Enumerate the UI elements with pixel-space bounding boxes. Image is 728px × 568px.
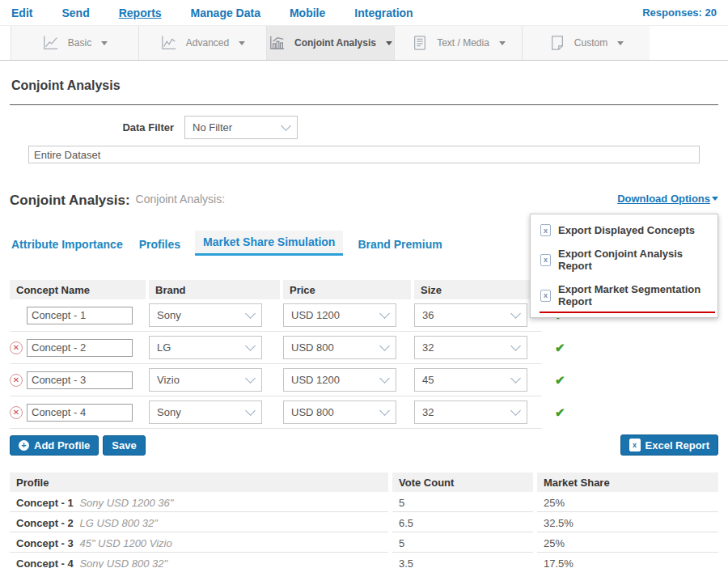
excel-file-icon: x <box>540 254 551 266</box>
chevron-down-icon <box>499 41 506 45</box>
chevron-down-icon <box>245 308 256 319</box>
brand-cell: LG <box>149 336 280 359</box>
price-select[interactable]: USD 1200 <box>283 303 396 327</box>
price-cell: USD 800 <box>283 401 411 424</box>
brand-select[interactable]: Vizio <box>149 368 262 392</box>
size-select[interactable]: 45 <box>414 368 527 392</box>
market-share-cell: 25% <box>537 492 718 512</box>
price-select[interactable]: USD 800 <box>283 336 396 359</box>
menu-item-export-displayed-concepts[interactable]: x Export Displayed Concepts <box>531 218 717 242</box>
price-value: USD 800 <box>291 341 334 354</box>
brand-select[interactable]: Sony <box>149 401 262 424</box>
nav-item-mobile[interactable]: Mobile <box>290 6 325 19</box>
size-select[interactable]: 36 <box>414 303 527 327</box>
toolbar-tab-basic[interactable]: Basic <box>11 26 138 60</box>
concept-name-input[interactable] <box>27 371 133 389</box>
toolbar-tab-advanced[interactable]: Advanced <box>138 26 266 60</box>
toolbar-tab-custom[interactable]: Custom <box>522 26 650 60</box>
price-cell: USD 1200 <box>283 303 411 327</box>
profile-cell: Concept - 2 LG USD 800 32" <box>10 512 388 532</box>
tab-profiles[interactable]: Profiles <box>138 233 182 256</box>
vote-count-cell: 5 <box>392 492 533 512</box>
excel-file-icon: x <box>540 224 551 236</box>
toolbar-tab-text-media[interactable]: Text / Media <box>394 26 522 60</box>
delete-row-icon[interactable]: ✕ <box>10 374 23 387</box>
toolbar-tab-conjoint-analysis[interactable]: Conjoint Analysis <box>266 26 394 60</box>
page-icon <box>548 35 566 51</box>
profile-name: Concept - 2 <box>16 517 74 529</box>
nav-item-send[interactable]: Send <box>61 6 89 19</box>
results-table: Profile Vote Count Market Share Concept … <box>10 473 718 568</box>
table-row: Concept - 4 Sony USD 800 32" 3.5 17.5% <box>10 553 718 568</box>
profile-name: Concept - 1 <box>16 497 74 509</box>
vote-count-cell: 6.5 <box>392 512 533 532</box>
price-select[interactable]: USD 800 <box>283 401 396 424</box>
profile-detail: Sony USD 800 32" <box>79 557 167 568</box>
download-options-link[interactable]: Download Options <box>617 193 718 205</box>
table-row: ✕ Sony USD 800 32 <box>10 396 718 429</box>
price-select[interactable]: USD 1200 <box>283 368 396 392</box>
brand-select[interactable]: LG <box>149 336 262 359</box>
download-options-label: Download Options <box>617 193 710 205</box>
table-row-cells: ✕ Sony USD 800 32 <box>10 396 542 429</box>
menu-item-export-market-segmentation-report[interactable]: x Export Market Segmentation Report <box>531 278 717 313</box>
section-heading-row: Conjoint Analysis: Conjoint Analysis: Do… <box>10 193 718 209</box>
profile-detail: 45" USD 1200 Vizio <box>79 537 171 549</box>
size-select[interactable]: 32 <box>414 336 527 359</box>
nav-item-integration[interactable]: Integration <box>354 6 413 19</box>
table-row: Concept - 2 LG USD 800 32" 6.5 32.5% <box>10 512 718 532</box>
brand-select[interactable]: Sony <box>149 303 262 327</box>
delete-row-icon[interactable]: ✕ <box>10 341 23 354</box>
table-row: Concept - 1 Sony USD 1200 36" 5 25% <box>10 492 718 512</box>
valid-check-icon: ✔ <box>555 373 565 388</box>
chevron-down-icon <box>510 405 521 416</box>
tab-attribute-importance[interactable]: Attribute Importance <box>10 233 125 256</box>
profile-cell: Concept - 4 Sony USD 800 32" <box>10 553 388 568</box>
size-cell: 32 <box>414 401 542 424</box>
size-select[interactable]: 32 <box>414 401 527 424</box>
menu-item-label: Export Conjoint Analysis Report <box>558 248 708 272</box>
price-value: USD 1200 <box>291 374 340 386</box>
section-subtitle: Conjoint Analysis: <box>136 193 226 206</box>
results-header-row: Profile Vote Count Market Share <box>10 473 718 492</box>
concept-name-cell: ✕ <box>10 371 146 389</box>
data-filter-select[interactable]: No Filter <box>184 116 298 139</box>
menu-item-export-conjoint-analysis-report[interactable]: x Export Conjoint Analysis Report <box>531 242 717 278</box>
size-cell: 32 <box>414 336 542 359</box>
chevron-down-icon <box>386 41 392 45</box>
table-row-cells: ✕ Vizio USD 1200 45 <box>10 364 542 396</box>
tab-brand-premium[interactable]: Brand Premium <box>356 233 443 256</box>
chevron-down-icon <box>510 308 521 319</box>
nav-item-reports[interactable]: Reports <box>119 6 162 19</box>
tab-market-share-simulation[interactable]: Market Share Simulation <box>195 231 343 256</box>
dataset-input[interactable] <box>28 146 700 163</box>
line-chart-icon <box>42 35 60 51</box>
title-divider <box>10 104 718 105</box>
column-header-size: Size <box>414 280 542 299</box>
delete-row-icon[interactable]: ✕ <box>10 406 23 419</box>
nav-item-edit[interactable]: Edit <box>11 6 32 19</box>
excel-report-label: Excel Report <box>645 439 709 451</box>
nav-item-manage-data[interactable]: Manage Data <box>191 6 260 19</box>
profile-name: Concept - 3 <box>16 537 74 549</box>
brand-value: LG <box>157 341 171 354</box>
concept-name-input[interactable] <box>27 404 133 422</box>
save-button[interactable]: Save <box>103 435 145 456</box>
table-row: ✕ Vizio USD 1200 45 <box>10 364 718 396</box>
table-row: ✕ LG USD 800 32 <box>10 332 718 364</box>
size-value: 32 <box>422 406 434 418</box>
add-profile-button[interactable]: + Add Profile <box>10 435 99 456</box>
chevron-down-icon <box>245 341 256 351</box>
excel-report-button[interactable]: x Excel Report <box>620 434 718 456</box>
concept-name-input[interactable] <box>27 339 133 357</box>
chevron-down-icon <box>281 121 291 131</box>
chevron-down-icon <box>101 41 108 45</box>
vote-count-cell: 5 <box>392 532 533 553</box>
toolbar-tab-label: Text / Media <box>437 37 489 49</box>
report-toolbar: Basic Advanced Conjoint Analysis Text / … <box>0 25 728 61</box>
menu-item-label: Export Market Segmentation Report <box>558 283 708 307</box>
chevron-down-icon <box>510 341 521 351</box>
concept-name-input[interactable] <box>27 307 133 324</box>
document-icon <box>411 35 429 51</box>
toolbar-tab-label: Basic <box>68 37 91 49</box>
